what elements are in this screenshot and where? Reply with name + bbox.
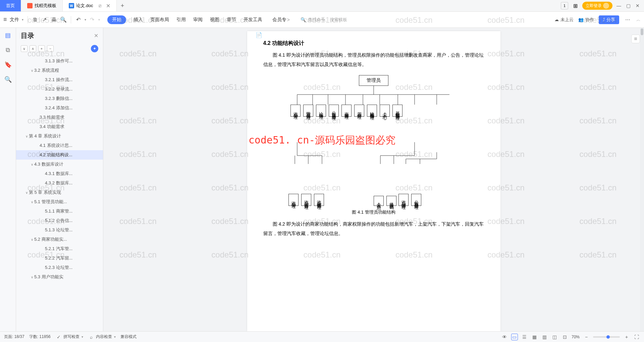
maximize-icon[interactable]: ▢ [625, 3, 631, 9]
outline-tree[interactable]: 3.1.3 操作可...∨3.2 系统流程3.2.1 操作流...3.2.2 登… [16, 55, 103, 331]
close-icon[interactable]: ✕ [106, 3, 110, 9]
outline-item[interactable]: ∨4.3 数据库设计 [16, 160, 103, 169]
more-icon[interactable]: ··· [625, 16, 630, 23]
share-icon: ⤴ [603, 17, 605, 22]
page-indicator[interactable]: 页面: 18/37 [4, 334, 24, 340]
zoom-slider[interactable] [593, 336, 620, 338]
outline-item[interactable]: 5.2.2 汽车留... [16, 253, 103, 263]
fullscreen-icon[interactable]: ⛶ [633, 334, 640, 340]
outline-item[interactable]: 5.2.1 汽车管... [16, 244, 103, 253]
clone-icon[interactable]: ⧉ [4, 46, 12, 54]
outline-item[interactable]: 4.3.1 数据库... [16, 169, 103, 178]
outline-item[interactable]: 3.2.2 登录流... [16, 84, 103, 94]
apps-grid-icon[interactable]: ⊞ [572, 2, 579, 9]
diagram-node: 汽车留言管理 [301, 194, 311, 206]
diagram-node: 汽车管理 [288, 194, 299, 206]
ribbon-tab-8[interactable]: 会员专 [270, 17, 290, 23]
tab-home[interactable]: 首页 [0, 0, 21, 11]
minimize-icon[interactable]: — [616, 3, 622, 9]
word-count[interactable]: 字数: 11856 [29, 334, 51, 340]
view-read-icon[interactable]: ▥ [541, 334, 548, 340]
preview-icon[interactable]: 🔍 [60, 16, 67, 23]
outline-item[interactable]: 5.1.1 商家管... [16, 207, 103, 216]
eye-icon[interactable]: 👁 [501, 334, 508, 340]
view-page-icon[interactable]: ▭ [511, 334, 518, 340]
search-icon[interactable]: 🔍 [4, 75, 12, 83]
chevron-down-icon: ▾ [22, 18, 23, 21]
tab-add-button[interactable]: + [117, 0, 128, 11]
outline-item[interactable]: ∨第 4 章 系统设计 [16, 131, 103, 141]
ribbon-tab-7[interactable]: 开发工具 [244, 17, 262, 23]
outline-item[interactable]: 3.1.3 操作可... [16, 56, 103, 66]
undo-icon[interactable]: ↶ [75, 16, 82, 23]
add-item-icon[interactable]: + [38, 45, 45, 52]
bookmark-icon[interactable]: 🔖 [4, 61, 12, 69]
window-close-icon[interactable]: ✕ [635, 3, 641, 9]
close-icon[interactable]: ✕ [94, 33, 98, 39]
diagram-node: 汽车品牌管理 [398, 194, 409, 206]
collapse-all-icon[interactable]: ∨ [21, 45, 28, 52]
file-menu[interactable]: 文件 [10, 17, 19, 23]
print-icon[interactable]: 🖶 [51, 16, 57, 23]
outline-item[interactable]: 4.2 功能结构设... [16, 150, 103, 160]
outline-item[interactable]: 5.1.2 公告信... [16, 216, 103, 225]
menu-icon[interactable]: ≡ [3, 16, 7, 23]
compat-mode-label[interactable]: 兼容模式 [120, 334, 137, 340]
ribbon-tab-1[interactable]: 插入 [133, 17, 143, 23]
expand-all-icon[interactable]: ∧ [30, 45, 36, 52]
ai-badge-icon[interactable]: ✦ [91, 45, 98, 52]
outline-item[interactable]: ∨第 5 章 系统实现 [16, 188, 103, 197]
ribbon-tab-2[interactable]: 页面布局 [150, 17, 169, 23]
zoom-fit-icon[interactable]: ⊡ [561, 334, 568, 340]
command-search[interactable]: 🔍 查找命令、搜索模板 [301, 17, 347, 23]
outline-item[interactable]: ∨5.1 管理员功能... [16, 197, 103, 207]
device-icon[interactable]: ⎚ [99, 3, 101, 8]
divider [28, 16, 28, 23]
ruler-icon[interactable]: ◫ [551, 334, 558, 340]
document-area[interactable]: ≡ 📄 4.2 功能结构设计 图 4.1 即为设计的管理员功能结构，管理员权限操… [103, 28, 644, 331]
share-button[interactable]: ⤴ 分享 [599, 15, 619, 24]
outline-item[interactable]: 5.2.3 论坛管... [16, 263, 103, 272]
remove-item-icon[interactable]: − [47, 45, 54, 52]
ribbon-tab-4[interactable]: 审阅 [193, 17, 203, 23]
view-outline-icon[interactable]: ☰ [521, 334, 528, 340]
outline-item[interactable]: 4.3.2 数据库... [16, 178, 103, 188]
ribbon-tab-5[interactable]: 视图 [210, 17, 219, 23]
view-web-icon[interactable]: ▦ [531, 334, 538, 340]
outline-item[interactable]: 4.1 系统设计思... [16, 141, 103, 150]
chevron-up-icon[interactable]: ︿ [636, 17, 641, 23]
tab-document[interactable]: W 论文.doc ⎚ ✕ [63, 0, 117, 11]
tab-template[interactable]: 找稻壳模板 [21, 0, 63, 11]
outline-item[interactable]: 3.4 功能需求 [16, 122, 103, 131]
scrollbar[interactable] [640, 28, 644, 331]
ribbon-tab-3[interactable]: 引用 [176, 17, 186, 23]
diagram-node: 论坛管理 [316, 105, 326, 117]
panel-toggle-icon[interactable]: ≡ [631, 35, 640, 43]
zoom-in-icon[interactable]: + [623, 334, 630, 340]
scrollbar-thumb[interactable] [641, 28, 643, 35]
collab-button[interactable]: 👥 协作 [578, 17, 594, 23]
page-icon[interactable]: 📄 [255, 31, 263, 39]
content-check-button[interactable]: ⌕ 内容检查▾ [88, 334, 116, 340]
panel-toggle-icon[interactable]: 1 [561, 2, 568, 9]
zoom-out-icon[interactable]: − [583, 334, 590, 340]
cloud-status[interactable]: ☁ 未上云 [554, 17, 574, 23]
ribbon-tab-6[interactable]: 章节 [227, 17, 236, 23]
outline-item[interactable]: 3.2.3 删除信... [16, 94, 103, 103]
export-icon[interactable]: ↗ [41, 16, 48, 23]
ribbon-tab-0[interactable]: 开始 [107, 15, 126, 24]
login-button[interactable]: 立即登录 [582, 2, 612, 10]
spellcheck-icon: ✓ [55, 334, 62, 340]
redo-icon[interactable]: ↷ [89, 16, 96, 23]
outline-icon[interactable]: ▤ [4, 31, 12, 39]
save-icon[interactable]: 🗎 [32, 16, 39, 23]
outline-item[interactable]: 3.2.4 添加信... [16, 103, 103, 113]
outline-item[interactable]: 3.2.1 操作流... [16, 75, 103, 84]
outline-item[interactable]: 3.3 性能需求 [16, 113, 103, 122]
spellcheck-button[interactable]: ✓ 拼写检查▾ [55, 334, 83, 340]
zoom-level[interactable]: 70% [572, 335, 580, 339]
outline-item[interactable]: ∨3.2 系统流程 [16, 66, 103, 75]
outline-item[interactable]: ∨5.2 商家功能实... [16, 235, 103, 244]
outline-item[interactable]: 5.1.3 论坛管... [16, 225, 103, 235]
outline-item[interactable]: ∨5.3 用户功能实 [16, 272, 103, 282]
